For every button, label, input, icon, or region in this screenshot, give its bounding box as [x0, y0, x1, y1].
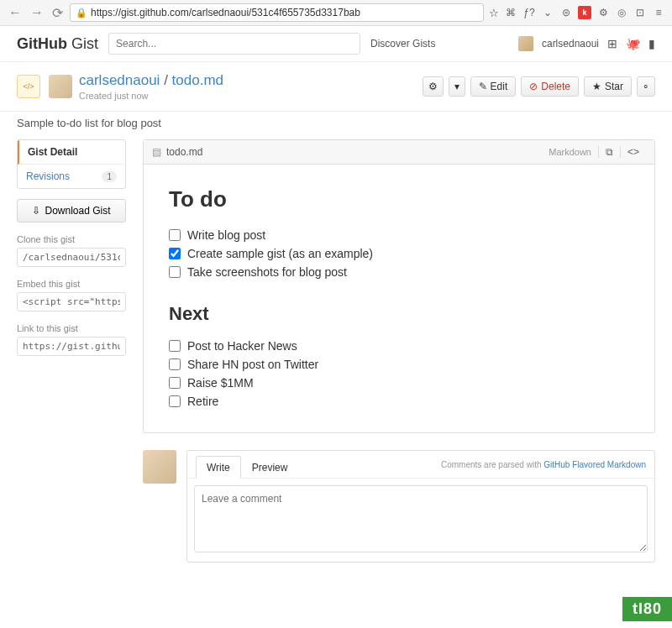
github-icon[interactable]: 🐙 — [626, 37, 640, 50]
download-label: Download Gist — [45, 205, 110, 217]
gear-icon: ⚙ — [428, 81, 438, 92]
more-button[interactable]: ∘ — [637, 76, 655, 97]
ext-icon[interactable]: ⊜ — [559, 6, 573, 19]
edit-label: Edit — [491, 81, 508, 92]
raw-icon[interactable]: <> — [620, 146, 646, 158]
clone-input[interactable] — [17, 248, 126, 267]
gist-header: </> carlsednaoui / todo.md Created just … — [0, 62, 672, 112]
comment-tabs: Write Preview Comments are parsed with G… — [187, 451, 654, 479]
embed-input[interactable] — [17, 292, 126, 311]
search-input[interactable] — [108, 33, 360, 55]
pencil-icon: ✎ — [479, 81, 487, 92]
ext-icon[interactable]: ⊡ — [633, 6, 647, 19]
link-section: Link to this gist — [17, 323, 126, 356]
comment-box: Write Preview Comments are parsed with G… — [186, 450, 655, 563]
sidebar-item-detail[interactable]: Gist Detail — [18, 140, 125, 165]
site-header: GitHub Gist Discover Gists carlsednaoui … — [0, 26, 672, 62]
todo-list: Write blog postCreate sample gist (as an… — [169, 226, 629, 281]
address-bar[interactable]: 🔒 https://gist.github.com/carlsednaoui/5… — [70, 3, 484, 22]
ext-icon[interactable]: ⌘ — [504, 6, 517, 19]
link-input[interactable] — [17, 337, 126, 356]
discover-gists-link[interactable]: Discover Gists — [370, 38, 435, 50]
delete-button[interactable]: ⊘Delete — [521, 76, 579, 97]
task-item: Share HN post on Twitter — [169, 355, 629, 374]
file-actions: ⧉ <> — [598, 146, 646, 158]
next-list: Post to Hacker NewsShare HN post on Twit… — [169, 337, 629, 411]
forward-button[interactable]: → — [29, 5, 45, 20]
new-gist-icon[interactable]: ⊞ — [607, 37, 617, 50]
owner-avatar[interactable] — [49, 75, 72, 98]
browser-toolbar: ← → ⟳ 🔒 https://gist.github.com/carlsedn… — [0, 0, 672, 26]
gist-title: carlsednaoui / todo.md — [79, 72, 223, 89]
logo-light: Gist — [71, 35, 98, 52]
task-checkbox[interactable] — [169, 377, 181, 389]
reload-button[interactable]: ⟳ — [50, 5, 65, 21]
gfm-link[interactable]: GitHub Flavored Markdown — [543, 460, 646, 469]
task-label: Post to Hacker News — [187, 339, 297, 353]
lock-icon: 🔒 — [76, 8, 87, 18]
user-avatar[interactable] — [518, 36, 533, 51]
content-wrapper: Gist Detail Revisions 1 ⇩ Download Gist … — [0, 129, 672, 573]
settings-dropdown[interactable]: ▾ — [449, 76, 465, 97]
title-separator: / — [164, 72, 168, 88]
ext-icon[interactable]: ⌄ — [541, 6, 554, 19]
download-gist-button[interactable]: ⇩ Download Gist — [17, 199, 126, 222]
star-label: Star — [605, 81, 623, 92]
search-box — [108, 33, 360, 55]
logo[interactable]: GitHub Gist — [17, 35, 98, 53]
back-button[interactable]: ← — [7, 5, 24, 20]
heading-next: Next — [169, 303, 629, 325]
star-icon: ★ — [592, 81, 601, 92]
gist-name-link[interactable]: todo.md — [172, 72, 223, 88]
download-icon: ⇩ — [32, 205, 40, 217]
permalink-icon[interactable]: ⧉ — [598, 146, 620, 158]
menu-icon[interactable]: ≡ — [652, 6, 665, 19]
comment-textarea[interactable] — [194, 485, 648, 552]
bookmark-star-icon[interactable]: ☆ — [489, 7, 499, 19]
url-text: https://gist.github.com/carlsednaoui/531… — [91, 7, 360, 18]
task-label: Share HN post on Twitter — [187, 358, 318, 371]
star-button[interactable]: ★Star — [584, 76, 632, 97]
edit-button[interactable]: ✎Edit — [470, 76, 517, 97]
owner-link[interactable]: carlsednaoui — [79, 72, 160, 88]
sidebar-detail-label: Gist Detail — [28, 146, 77, 158]
clone-section: Clone this gist — [17, 234, 126, 267]
gist-actions: ⚙ ▾ ✎Edit ⊘Delete ★Star ∘ — [423, 76, 655, 97]
ext-icon[interactable]: ◎ — [615, 6, 628, 19]
header-user-area: carlsednaoui ⊞ 🐙 ▮ — [518, 36, 655, 51]
delete-label: Delete — [541, 81, 570, 92]
file-icon: ▤ — [152, 146, 161, 158]
task-checkbox[interactable] — [169, 358, 181, 370]
gist-title-block: carlsednaoui / todo.md Created just now — [79, 72, 223, 101]
delete-icon: ⊘ — [529, 81, 538, 92]
task-item: Create sample gist (as an example) — [169, 244, 629, 263]
task-label: Take screenshots for blog post — [187, 265, 347, 279]
gist-description: Sample to-do list for blog post — [0, 112, 672, 129]
sidebar-revisions-label: Revisions — [26, 170, 70, 182]
task-label: Create sample gist (as an example) — [187, 247, 373, 260]
task-label: Raise $1MM — [187, 376, 254, 390]
tab-write[interactable]: Write — [196, 456, 241, 479]
file-body: To do Write blog postCreate sample gist … — [144, 165, 654, 432]
task-checkbox[interactable] — [169, 395, 181, 407]
notifications-icon[interactable]: ▮ — [648, 37, 655, 50]
gist-type-icon: </> — [17, 75, 40, 98]
ext-icon[interactable]: k — [578, 6, 591, 19]
revisions-count-badge: 1 — [102, 171, 117, 182]
task-checkbox[interactable] — [169, 248, 181, 259]
embed-section: Embed this gist — [17, 279, 126, 311]
file-name: todo.md — [166, 146, 202, 158]
main-content: ▤ todo.md Markdown ⧉ <> To do Write blog… — [143, 139, 655, 563]
task-checkbox[interactable] — [169, 340, 181, 352]
commenter-avatar — [143, 450, 176, 484]
settings-button[interactable]: ⚙ — [423, 76, 444, 97]
ext-icon[interactable]: ƒ? — [522, 6, 536, 19]
task-checkbox[interactable] — [169, 266, 181, 278]
ext-icon[interactable]: ⚙ — [596, 6, 610, 19]
embed-label: Embed this gist — [17, 279, 126, 289]
sidebar-item-revisions[interactable]: Revisions 1 — [18, 165, 125, 188]
file-language: Markdown — [549, 147, 591, 157]
task-checkbox[interactable] — [169, 229, 181, 241]
tab-preview[interactable]: Preview — [241, 456, 299, 479]
username-link[interactable]: carlsednaoui — [542, 38, 599, 50]
